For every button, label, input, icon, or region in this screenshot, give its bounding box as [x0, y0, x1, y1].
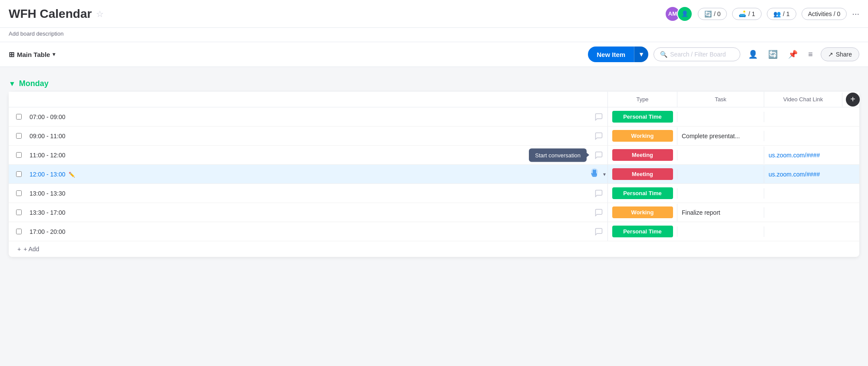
share-btn[interactable]: ↗ Share	[821, 47, 859, 61]
col-header-video-chat: Video Chat Link	[764, 92, 842, 107]
row-comment-icon[interactable]	[590, 227, 607, 236]
row-type-cell[interactable]: Personal Time	[607, 222, 677, 241]
updates-icon: 🔄	[704, 10, 712, 17]
row-task-cell[interactable]	[677, 188, 764, 199]
row-link-cell[interactable]: us.zoom.com/####	[764, 166, 842, 183]
updates-btn[interactable]: 🔄 / 0	[698, 8, 727, 20]
members-count: / 1	[783, 10, 790, 17]
chevron-down-icon: ▾	[53, 51, 55, 57]
star-icon[interactable]: ☆	[96, 9, 104, 19]
invite-btn[interactable]: 🛋️ / 1	[732, 8, 762, 20]
col-headers-row: Type Task Video Chat Link +	[9, 92, 859, 107]
row-type-cell[interactable]: Personal Time	[607, 107, 677, 126]
row-comment-icon[interactable]	[590, 189, 607, 198]
row-type-cell[interactable]: Working	[607, 126, 677, 145]
main-table-btn[interactable]: ⊞ Main Table ▾	[9, 50, 55, 59]
search-icon: 🔍	[660, 51, 667, 58]
col-header-task: Task	[677, 92, 764, 107]
row-task-cell[interactable]: Finalize report	[677, 204, 764, 221]
row-link-cell[interactable]	[764, 226, 842, 237]
new-item-arrow-icon[interactable]: ▾	[634, 47, 648, 62]
row-link-cell[interactable]	[764, 112, 842, 122]
refresh-btn[interactable]: 🔄	[766, 47, 780, 62]
row-task-cell[interactable]	[677, 112, 764, 122]
row-checkbox[interactable]	[11, 133, 26, 139]
pin-btn[interactable]: 📌	[785, 47, 800, 62]
table-row: 12:00 - 13:00 ✏️ ▾ Meeting us.zoom.com/#…	[9, 165, 859, 184]
row-comment-icon[interactable]	[590, 113, 607, 121]
row-time-label[interactable]: 13:30 - 17:00	[26, 204, 590, 221]
new-item-btn[interactable]: New Item ▾	[588, 47, 648, 62]
new-item-label: New Item	[588, 47, 634, 62]
checkbox-input[interactable]	[16, 210, 22, 215]
row-time-label[interactable]: 13:00 - 13:30	[26, 185, 590, 202]
row-task-cell[interactable]	[677, 226, 764, 237]
more-options-btn[interactable]: ···	[852, 9, 859, 19]
row-task-cell[interactable]: Complete presentat...	[677, 127, 764, 145]
row-type-cell[interactable]: Meeting	[607, 146, 677, 164]
row-type-cell[interactable]: Meeting	[607, 165, 677, 183]
avatar-group: AM 👤	[665, 6, 693, 22]
row-time-label[interactable]: 17:00 - 20:00	[26, 223, 590, 240]
col-header-type: Type	[607, 92, 677, 107]
row-type-cell[interactable]: Personal Time	[607, 184, 677, 203]
table-row: 11:00 - 12:00 Start conversation Meeting…	[9, 146, 859, 165]
activities-btn[interactable]: Activities / 0	[802, 8, 847, 20]
checkbox-input[interactable]	[16, 229, 22, 234]
row-task-cell[interactable]	[677, 169, 764, 180]
board-title: WFH Calendar	[9, 7, 92, 21]
row-task-cell[interactable]	[677, 150, 764, 160]
checkbox-input[interactable]	[16, 114, 22, 120]
row-comment-icon[interactable]	[590, 208, 607, 217]
row-comment-icon[interactable]	[590, 132, 607, 140]
group-collapse-icon[interactable]: ▼	[9, 80, 16, 88]
search-placeholder: Search / Filter Board	[670, 51, 726, 58]
row-comment-icon[interactable]	[590, 151, 607, 160]
row-checkbox[interactable]	[11, 114, 26, 120]
row-link-cell[interactable]	[764, 207, 842, 218]
main-table-label: Main Table	[17, 51, 50, 58]
toolbar: ⊞ Main Table ▾ New Item ▾ 🔍 Search / Fil…	[0, 42, 868, 67]
row-checkbox[interactable]	[11, 171, 26, 177]
table-row: 17:00 - 20:00 Personal Time	[9, 222, 859, 241]
edit-icon[interactable]: ✏️	[69, 172, 75, 178]
invite-count: / 1	[748, 10, 755, 17]
checkbox-input[interactable]	[16, 133, 22, 139]
checkbox-input[interactable]	[16, 171, 22, 177]
row-time-label[interactable]: 11:00 - 12:00	[26, 146, 590, 164]
group-header: ▼ Monday	[9, 76, 859, 92]
row-checkbox[interactable]	[11, 229, 26, 234]
row-checkbox[interactable]	[11, 152, 26, 158]
header-right: AM 👤 🔄 / 0 🛋️ / 1 👥 / 1 Activities / 0 ·…	[665, 6, 859, 22]
checkbox-input[interactable]	[16, 152, 22, 158]
row-link-cell[interactable]: us.zoom.com/####	[764, 146, 842, 164]
updates-count: / 0	[714, 10, 721, 17]
type-badge: Meeting	[612, 168, 673, 180]
col-add-btn[interactable]: +	[842, 93, 859, 106]
row-comment-active-icon[interactable]	[586, 168, 603, 180]
type-badge: Personal Time	[612, 111, 673, 123]
add-row-btn[interactable]: + + Add	[9, 241, 859, 257]
row-time-label[interactable]: 07:00 - 09:00	[26, 108, 590, 126]
row-time-label[interactable]: 12:00 - 13:00 ✏️	[26, 166, 586, 183]
top-header: WFH Calendar ☆ AM 👤 🔄 / 0 🛋️ / 1 👥 / 1 A…	[0, 0, 868, 28]
board-description[interactable]: Add board description	[9, 30, 63, 37]
add-column-icon[interactable]: +	[846, 93, 860, 106]
row-checkbox[interactable]	[11, 190, 26, 196]
row-link-cell[interactable]	[764, 188, 842, 199]
type-badge: Working	[612, 206, 673, 218]
share-icon: ↗	[828, 51, 833, 58]
search-box[interactable]: 🔍 Search / Filter Board	[653, 47, 740, 61]
row-link-cell[interactable]	[764, 131, 842, 141]
row-type-cell[interactable]: Working	[607, 203, 677, 222]
avatar-secondary[interactable]: 👤	[677, 6, 693, 22]
checkbox-input[interactable]	[16, 190, 22, 196]
invite-icon: 🛋️	[739, 10, 746, 17]
row-checkbox[interactable]	[11, 210, 26, 215]
members-btn[interactable]: 👥 / 1	[767, 8, 796, 20]
main-content: ▼ Monday Type Task Video Chat Link + 07:…	[0, 67, 868, 266]
filter-btn[interactable]: ≡	[805, 47, 815, 62]
row-arrow: ▾	[603, 171, 607, 177]
row-time-label[interactable]: 09:00 - 11:00	[26, 127, 590, 145]
person-filter-btn[interactable]: 👤	[746, 47, 760, 62]
